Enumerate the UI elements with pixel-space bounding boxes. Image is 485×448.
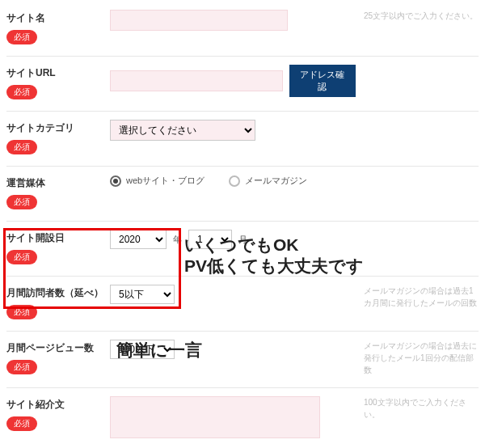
hint-pageviews: メールマガジンの場合は過去に発行したメール1回分の配信部数 (356, 340, 479, 376)
hint-site-name: 25文字以内でご入力ください。 (356, 10, 479, 22)
annotation-ok: いくつでもOK PV低くても大丈夫です (184, 235, 364, 277)
required-badge: 必須 (6, 85, 37, 99)
label-pageviews: 月間ページビュー数 (6, 341, 110, 355)
row-visitors: 月間訪問者数（延べ） 必須 5以下 メールマガジンの場合は過去1カ月間に発行した… (6, 277, 479, 332)
radio-mailmag[interactable]: メールマガジン (229, 175, 307, 187)
radio-dot-icon (110, 175, 121, 187)
required-badge: 必須 (6, 360, 37, 374)
radio-dot-icon (229, 175, 240, 187)
year-select[interactable]: 2020 (110, 230, 167, 249)
row-pageviews: 月間ページビュー数 必須 100以下 メールマガジンの場合は過去に発行したメール… (6, 332, 479, 388)
required-badge: 必須 (6, 195, 37, 209)
required-badge: 必須 (6, 305, 37, 319)
radio-web[interactable]: webサイト・ブログ (110, 175, 205, 187)
label-site-category: サイトカテゴリ (6, 121, 110, 135)
label-open-date: サイト開設日 (6, 231, 110, 245)
row-media-type: 運営媒体 必須 webサイト・ブログ メールマガジン (6, 167, 479, 222)
label-intro: サイト紹介文 (6, 398, 110, 412)
site-url-input[interactable] (110, 70, 283, 91)
row-site-url: サイトURL 必須 アドレス確認 (6, 57, 479, 112)
required-badge: 必須 (6, 250, 37, 264)
row-intro: サイト紹介文 必須 100文字以内でご入力ください。 (6, 388, 479, 448)
required-badge: 必須 (6, 30, 37, 44)
hint-intro: 100文字以内でご入力ください。 (356, 396, 479, 421)
label-site-url: サイトURL (6, 66, 110, 80)
intro-textarea[interactable] (110, 396, 320, 438)
required-badge: 必須 (6, 416, 37, 431)
label-visitors: 月間訪問者数（延べ） (6, 286, 110, 300)
row-site-category: サイトカテゴリ 必須 選択してください (6, 112, 479, 167)
label-site-name: サイト名 (6, 11, 110, 25)
address-check-button[interactable]: アドレス確認 (289, 65, 356, 97)
hint-visitors: メールマガジンの場合は過去1カ月間に発行したメールの回数 (356, 285, 479, 309)
visitors-select[interactable]: 5以下 (110, 285, 175, 304)
required-badge: 必須 (6, 140, 37, 154)
label-media-type: 運営媒体 (6, 176, 110, 190)
site-name-input[interactable] (110, 10, 288, 31)
year-unit: 年 (173, 234, 182, 246)
annotation-intro: 簡単に一言 (116, 340, 202, 361)
site-category-select[interactable]: 選択してください (110, 120, 255, 141)
row-site-name: サイト名 必須 25文字以内でご入力ください。 (6, 2, 479, 57)
